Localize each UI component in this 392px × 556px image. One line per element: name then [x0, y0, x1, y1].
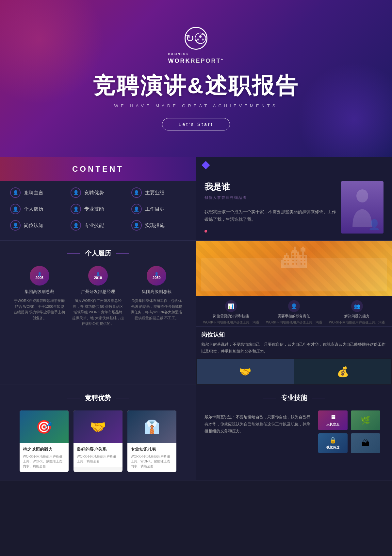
list-item: 👤 专业技能 [71, 204, 125, 214]
skill-icon-interaction: 🖥 人机交互 [318, 410, 348, 430]
card-body-2: 良好的客户关系 WORK不同地推他用户价值上共、功能全面 [74, 443, 122, 467]
skill-item-1: 🖥 人机交互 🌿 [318, 410, 384, 430]
person-icon: 👤 [71, 204, 81, 214]
logo-area: BUSINESS WORKREPORT+ [168, 27, 224, 64]
list-item: 👤 竞聘宣言 [10, 187, 65, 198]
sub-image-2: 💰 [294, 358, 392, 385]
person-icon: 👤 [10, 220, 21, 231]
who-text: 我是谁 创新人事管理咨询品牌 我想我应该一个成为一个实干家，不需要那些美丽的辞藻… [204, 181, 336, 234]
svg-point-0 [195, 33, 206, 43]
competitive-panel: 竞聘优势 🎯 持之以恒的毅力 WORK不同地推他用户价值上共、WORK、赋能性上… [0, 385, 196, 480]
who-inner: 我是谁 创新人事管理咨询品牌 我想我应该一个成为一个实干家，不需要那些美丽的辞藻… [196, 173, 392, 240]
pink-dot-decoration [204, 230, 207, 233]
content-panel: CONTENT 👤 竞聘宣言 👤 竞聘优势 👤 主要业绩 👤 个人履历 👤 专业… [0, 157, 196, 240]
timeline-desc-2: 加入WORK作广州研发部总经理，并 成功提供 50 倍数量品区域领导组 WORK… [72, 298, 124, 327]
list-item: 👤 岗位认知 [10, 220, 65, 231]
skills-desc: 戴尔卡耐基说过：不要给情绪自己，只要你自信，认为自己行有才华，你就应该认为自己能… [204, 414, 312, 435]
person-icon: 👤 [10, 204, 21, 214]
job-features: 📊 岗位需要的知识和技能 WORK不同地推他用户价值上共、沟通 👤 需要承担的职… [196, 296, 392, 327]
list-item: 👤 实现措施 [131, 220, 186, 231]
sub-image-1: 🤝 [196, 358, 294, 385]
competitive-card-1: 🎯 持之以恒的毅力 WORK不同地推他用户价值上共、WORK、赋能性上态内掌、功… [20, 410, 69, 472]
feature-desc-1: WORK不同地推他用户价值上共、沟通 [203, 320, 259, 325]
logo-icon [185, 27, 207, 50]
competitive-card-3: 👔 专业知识扎实 WORK不同地推他用户价值上共、WORK、赋能性上态内掌、功能… [127, 410, 176, 472]
list-item: 👤 竞聘优势 [71, 187, 125, 198]
timeline-role-1: 集团高级副总裁 [24, 289, 54, 295]
timeline-role-3: 集团高级副总裁 [142, 289, 172, 295]
competitive-cards: 🎯 持之以恒的毅力 WORK不同地推他用户价值上共、WORK、赋能性上态内掌、功… [10, 410, 186, 472]
responsibility-icon: 👤 [288, 300, 300, 312]
card-desc-1: WORK不同地推他用户价值上共、WORK、赋能性上态内掌、功能全面 [23, 454, 65, 469]
card-image-2: 🤝 [74, 410, 122, 443]
content-grid-row2: 个人履历 👤 2005 集团高级副总裁 于WORK在资源管理领域学技能结合 WO… [0, 240, 392, 385]
skill-icon-visual: 🔒 视觉传达 [318, 433, 348, 453]
knowledge-icon: 📊 [225, 300, 237, 312]
feature-label-1: 岗位需要的知识和技能 [213, 314, 249, 319]
content-title: CONTENT [8, 165, 188, 174]
card-desc-3: WORK不同地推他用户价值上共、WORK、赋能性上态内掌、功能全面 [131, 454, 173, 469]
who-subtitle: 创新人事管理咨询品牌 [204, 195, 336, 203]
content-grid-row3: 竞聘优势 🎯 持之以恒的毅力 WORK不同地推他用户价值上共、WORK、赋能性上… [0, 385, 392, 480]
svg-point-1 [199, 35, 202, 38]
feature-desc-2: WORK不同地推他用户价值上共、沟通 [266, 320, 322, 325]
skills-content: 戴尔卡耐基说过：不要给情绪自己，只要你自信，认为自己行有才华，你就应该认为自己能… [204, 410, 384, 453]
card-title-2: 良好的客户关系 [77, 446, 119, 452]
list-item: 👤 主要业绩 [131, 187, 186, 198]
start-button[interactable]: Let's Start [162, 118, 230, 130]
hero-subtitle: WE HAVE MADE GREAT ACHIEVEMENTS [114, 103, 278, 108]
content-items: 👤 竞聘宣言 👤 竞聘优势 👤 主要业绩 👤 个人履历 👤 专业技能 👤 [0, 181, 196, 237]
job-feature-1: 📊 岗位需要的知识和技能 WORK不同地推他用户价值上共、沟通 [203, 300, 259, 325]
person-icon: 👤 [131, 204, 142, 214]
timeline-icon-1: 👤 2005 [30, 266, 49, 286]
list-item: 👤 个人履历 [10, 204, 65, 214]
job-feature-2: 👤 需要承担的职务责任 WORK不同地推他用户价值上共、沟通 [266, 300, 322, 325]
card-desc-2: WORK不同地推他用户价值上共、功能全面 [77, 454, 119, 464]
who-top [196, 157, 392, 173]
hero-section: BUSINESS WORKREPORT+ 竞聘演讲&述职报告 WE HAVE M… [0, 0, 392, 157]
skill-image-1: 🌿 [351, 410, 380, 430]
diamond-decoration [202, 161, 210, 169]
timeline-desc-3: 负责集团整体布局工作，包含优先级 的结果，能够胜任各领域提供任务，将 与WORK… [130, 298, 183, 321]
feature-desc-3: WORK不同地推他用户价值上共、沟通 [329, 320, 385, 325]
content-header: CONTENT [0, 157, 196, 181]
skills-title: 专业技能 [204, 393, 384, 402]
list-item: 👤 工作目标 [131, 204, 186, 214]
logo-text: BUSINESS WORKREPORT+ [168, 52, 224, 64]
who-desc: 我想我应该一个成为一个实干家，不需要那些美丽的辞藻来修饰。工作锻炼了我，生活造就… [204, 208, 336, 223]
card-title-3: 专业知识扎实 [131, 446, 173, 452]
person-icon: 👤 [71, 220, 81, 231]
job-feature-3: 👥 解决问题的能力 WORK不同地推他用户价值上共、沟通 [329, 300, 385, 325]
card-image-1: 🎯 [20, 410, 69, 443]
card-body-1: 持之以恒的毅力 WORK不同地推他用户价值上共、WORK、赋能性上态内掌、功能全… [20, 443, 69, 472]
card-body-3: 专业知识扎实 WORK不同地推他用户价值上共、WORK、赋能性上态内掌、功能全面 [127, 443, 176, 472]
competitive-title: 竞聘优势 [10, 393, 186, 402]
competitive-card-2: 🤝 良好的客户关系 WORK不同地推他用户价值上共、功能全面 [74, 410, 122, 472]
timeline-item: 👤 2050 集团高级副总裁 负责集团整体布局工作，包含优先级 的结果，能够胜任… [130, 266, 183, 327]
person-icon: 👤 [10, 187, 21, 198]
person-icon: 👤 [71, 187, 81, 198]
svg-point-3 [202, 38, 204, 40]
resume-panel: 个人履历 👤 2005 集团高级副总裁 于WORK在资源管理领域学技能结合 WO… [0, 240, 196, 385]
solve-icon: 👥 [351, 300, 363, 312]
person-icon: 👤 [131, 220, 142, 231]
feature-label-2: 需要承担的职务责任 [278, 314, 310, 319]
card-title-1: 持之以恒的毅力 [23, 446, 65, 452]
job-panel: 🏙 📊 岗位需要的知识和技能 WORK不同地推他用户价值上共、沟通 👤 需要承担… [196, 240, 392, 385]
job-info: 岗位认知 戴尔卡耐基说过：不要给情绪自己，只要你自信，认为自己行有才华，你就应该… [196, 327, 392, 358]
content-grid-row1: CONTENT 👤 竞聘宣言 👤 竞聘优势 👤 主要业绩 👤 个人履历 👤 专业… [0, 157, 392, 240]
skill-image-2: 🏔 [351, 433, 380, 453]
skills-text-area: 戴尔卡耐基说过：不要给情绪自己，只要你自信，认为自己行有才华，你就应该认为自己能… [204, 410, 312, 453]
svg-point-2 [197, 38, 199, 40]
timeline-icon-2: 👤 2010 [88, 266, 108, 286]
who-panel: 我是谁 创新人事管理咨询品牌 我想我应该一个成为一个实干家，不需要那些美丽的辞藻… [196, 157, 392, 240]
feature-label-3: 解决问题的能力 [344, 314, 369, 319]
skills-icons: 🖥 人机交互 🌿 🔒 视觉传达 🏔 [318, 410, 384, 453]
timeline: 👤 2005 集团高级副总裁 于WORK在资源管理领域学技能结合 WORK、干手… [10, 266, 186, 327]
timeline-icon-3: 👤 2050 [147, 266, 166, 286]
skill-item-2: 🔒 视觉传达 🏔 [318, 433, 384, 453]
timeline-item: 👤 2010 广州研发部总经理 加入WORK作广州研发部总经理，并 成功提供 5… [72, 266, 124, 327]
list-item: 👤 专业技能 [71, 220, 125, 231]
who-title: 我是谁 [204, 181, 336, 193]
job-image: 🏙 [196, 241, 392, 296]
